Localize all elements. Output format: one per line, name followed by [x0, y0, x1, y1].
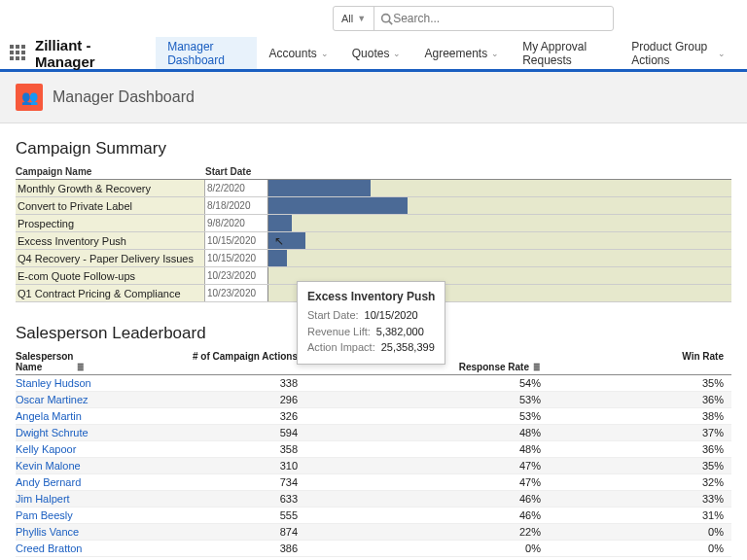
page-header: 👥 Manager Dashboard	[0, 72, 747, 123]
search-scope-label: All	[341, 13, 353, 24]
response-rate: 48%	[298, 443, 541, 455]
campaign-row[interactable]: Excess Inventory Push10/15/2020↖	[16, 232, 731, 250]
campaign-bar-track	[267, 250, 731, 266]
salesperson-name[interactable]: Angela Martin	[16, 410, 152, 422]
win-rate: 31%	[541, 509, 731, 521]
tooltip-title: Excess Inventory Push	[307, 290, 435, 303]
campaign-actions: 338	[152, 377, 298, 389]
salesperson-name[interactable]: Stanley Hudson	[16, 377, 152, 389]
response-rate: 48%	[298, 427, 541, 438]
campaign-date: 10/23/2020	[205, 285, 267, 301]
response-rate: 22%	[298, 526, 541, 538]
campaign-date: 9/8/2020	[205, 215, 267, 231]
tooltip-label: Action Impact:	[307, 339, 375, 356]
app-launcher-icon[interactable]	[10, 45, 25, 62]
leaderboard-row[interactable]: Oscar Martinez29653%36%	[16, 392, 731, 408]
campaign-row[interactable]: Prospecting9/8/2020	[16, 215, 731, 232]
campaign-date: 10/15/2020	[205, 250, 267, 266]
salesperson-name[interactable]: Phyllis Vance	[16, 526, 152, 538]
leaderboard-row[interactable]: Jim Halpert63346%33%	[16, 491, 731, 508]
nav-tab-accounts[interactable]: Accounts⌄	[257, 37, 339, 69]
salesperson-name[interactable]: Pam Beesly	[16, 509, 152, 521]
response-rate: 0%	[298, 542, 541, 554]
campaign-date: 8/2/2020	[205, 180, 267, 196]
win-rate: 36%	[541, 394, 731, 405]
col-campaign-name[interactable]: Campaign Name	[16, 166, 205, 177]
col-win-rate[interactable]: Win Rate	[541, 351, 731, 372]
salesperson-name[interactable]: Kevin Malone	[16, 460, 152, 472]
response-rate: 53%	[298, 410, 541, 422]
tooltip-value: 25,358,399	[381, 339, 435, 356]
global-nav: Zilliant - Manager Manager DashboardAcco…	[0, 37, 747, 72]
leaderboard-row[interactable]: Kelly Kapoor35848%36%	[16, 441, 731, 458]
tooltip-value: 10/15/2020	[365, 307, 418, 324]
campaign-date: 8/18/2020	[205, 197, 267, 214]
response-rate: 46%	[298, 509, 541, 521]
tooltip-row: Action Impact:25,358,399	[307, 339, 435, 356]
chevron-down-icon: ▼	[357, 14, 366, 23]
campaign-date: 10/15/2020	[205, 232, 267, 249]
search-scope-dropdown[interactable]: All ▼	[334, 7, 374, 30]
tooltip-value: 5,382,000	[376, 324, 424, 340]
campaign-actions: 310	[152, 460, 298, 472]
nav-tab-product-group-actions[interactable]: Product Group Actions⌄	[620, 37, 737, 69]
col-start-date[interactable]: Start Date	[205, 166, 267, 177]
leaderboard-row[interactable]: Creed Bratton3860%0%	[16, 541, 731, 557]
campaign-bar	[268, 180, 371, 196]
campaign-row[interactable]: Q4 Recovery - Paper Delivery Issues10/15…	[16, 250, 731, 267]
salesperson-name[interactable]: Andy Bernard	[16, 476, 152, 488]
leaderboard-row[interactable]: Stanley Hudson33854%35%	[16, 375, 731, 392]
response-rate: 54%	[298, 377, 541, 389]
page-title: Manager Dashboard	[53, 88, 195, 106]
leaderboard-row[interactable]: Dwight Schrute59448%37%	[16, 425, 731, 441]
tooltip-row: Start Date:10/15/2020	[307, 307, 435, 324]
nav-tab-manager-dashboard[interactable]: Manager Dashboard	[156, 37, 257, 69]
win-rate: 0%	[541, 542, 731, 554]
col-salesperson[interactable]: Salesperson Name≣	[16, 351, 152, 372]
response-rate: 53%	[298, 394, 541, 405]
salesperson-name[interactable]: Oscar Martinez	[16, 394, 152, 405]
campaign-actions: 734	[152, 476, 298, 488]
salesperson-name[interactable]: Kelly Kapoor	[16, 443, 152, 455]
leaderboard-row[interactable]: Andy Bernard73447%32%	[16, 474, 731, 491]
nav-tab-agreements[interactable]: Agreements⌄	[412, 37, 511, 69]
nav-tab-my-approval-requests[interactable]: My Approval Requests	[511, 37, 620, 69]
campaign-actions: 555	[152, 509, 298, 521]
campaign-row[interactable]: Convert to Private Label8/18/2020	[16, 197, 731, 215]
leaderboard-row[interactable]: Phyllis Vance87422%0%	[16, 524, 731, 541]
nav-tab-quotes[interactable]: Quotes⌄	[340, 37, 413, 69]
salesperson-name[interactable]: Creed Bratton	[16, 542, 152, 554]
col-campaign-actions[interactable]: # of Campaign Actions	[152, 351, 298, 372]
campaign-bar-track	[267, 215, 731, 231]
sort-icon: ≣	[533, 363, 541, 372]
campaign-bar-track	[267, 197, 731, 214]
salesperson-name[interactable]: Dwight Schrute	[16, 427, 152, 438]
leaderboard-row[interactable]: Angela Martin32653%38%	[16, 408, 731, 425]
tooltip-label: Start Date:	[307, 307, 359, 324]
campaign-actions: 386	[152, 542, 298, 554]
leaderboard-row[interactable]: Kevin Malone31047%35%	[16, 458, 731, 474]
app-name: Zilliant - Manager	[35, 37, 138, 70]
win-rate: 38%	[541, 410, 731, 422]
campaign-name: Prospecting	[16, 215, 205, 231]
win-rate: 32%	[541, 476, 731, 488]
search-input[interactable]	[393, 12, 607, 25]
leaderboard-row[interactable]: Pam Beesly55546%31%	[16, 508, 731, 524]
campaign-actions: 358	[152, 443, 298, 455]
campaign-bar	[268, 250, 287, 266]
win-rate: 35%	[541, 460, 731, 472]
campaign-date: 10/23/2020	[205, 267, 267, 284]
campaign-bar-track: ↖	[267, 232, 731, 249]
win-rate: 37%	[541, 427, 731, 438]
campaign-bar	[268, 215, 292, 231]
campaign-row[interactable]: Monthly Growth & Recovery8/2/2020	[16, 180, 731, 197]
campaign-tooltip: Excess Inventory Push Start Date:10/15/2…	[297, 281, 445, 365]
response-rate: 46%	[298, 493, 541, 505]
win-rate: 0%	[541, 526, 731, 538]
campaign-actions: 633	[152, 493, 298, 505]
campaign-actions: 326	[152, 410, 298, 422]
salesperson-name[interactable]: Jim Halpert	[16, 493, 152, 505]
chevron-down-icon: ⌄	[393, 49, 401, 58]
campaign-name: Monthly Growth & Recovery	[16, 180, 205, 196]
global-search[interactable]: All ▼	[333, 6, 614, 31]
